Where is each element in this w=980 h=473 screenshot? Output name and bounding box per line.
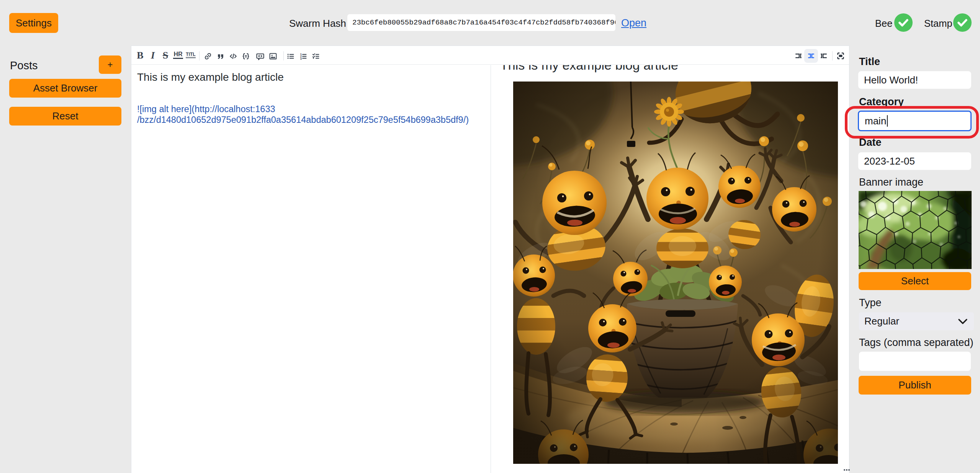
svg-text:3: 3 bbox=[300, 57, 302, 60]
